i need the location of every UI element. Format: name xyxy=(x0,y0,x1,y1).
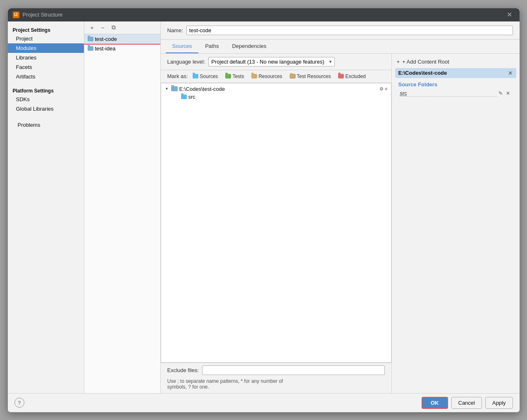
center-panel: + − ⧉ test-code test-idea xyxy=(84,21,161,393)
source-folder-item-src: src ✎ ✕ xyxy=(398,89,513,97)
folder-icon xyxy=(88,37,93,41)
content-area: Language level: Project default (13 - No… xyxy=(161,54,520,393)
sidebar-item-sdks[interactable]: SDKs xyxy=(8,95,84,104)
module-list: test-code test-idea xyxy=(84,34,160,393)
add-content-root-button[interactable]: + + Add Content Root xyxy=(395,57,516,66)
help-button[interactable]: ? xyxy=(14,398,24,408)
name-input[interactable] xyxy=(186,26,513,35)
ok-button[interactable]: OK xyxy=(422,397,448,409)
content-root-close-button[interactable]: ✕ xyxy=(508,70,513,76)
app-icon: IJ xyxy=(13,12,19,18)
tree-root-folder-icon xyxy=(171,86,178,91)
exclude-files-label: Exclude files: xyxy=(167,367,199,373)
content-root-item: E:\Codes\test-code ✕ xyxy=(395,68,516,78)
resources-folder-icon xyxy=(251,74,257,78)
name-row: Name: xyxy=(161,21,520,40)
sidebar: Project Settings Project Modules Librari… xyxy=(8,21,84,393)
language-level-label: Language level: xyxy=(167,59,205,65)
language-level-select[interactable]: Project default (13 - No new language fe… xyxy=(208,57,335,66)
tree-src-folder-icon: .folder-icon-small[style*="#5bbbf5"]::be… xyxy=(181,95,187,99)
exclude-files-row: Exclude files: xyxy=(161,363,391,377)
exclude-hint: Use ; to separate name patterns, * for a… xyxy=(161,377,391,393)
sidebar-item-project[interactable]: Project xyxy=(8,34,84,43)
source-folder-actions: ✎ ✕ xyxy=(497,90,511,97)
tabs-row: Sources Paths Dependencies xyxy=(161,40,520,54)
file-panel: Language level: Project default (13 - No… xyxy=(161,54,391,393)
source-folder-remove-button[interactable]: ✕ xyxy=(505,90,511,97)
sidebar-item-facets[interactable]: Facets xyxy=(8,62,84,72)
folder-icon xyxy=(88,46,93,51)
main-content: Name: Sources Paths Dependencies Languag… xyxy=(161,21,520,393)
sidebar-item-problems[interactable]: Problems xyxy=(13,120,79,130)
mark-as-sources-button[interactable]: Sources xyxy=(190,73,220,80)
close-button[interactable]: ✕ xyxy=(504,10,515,19)
add-icon: + xyxy=(397,59,400,65)
title-bar: IJ Project Structure ✕ xyxy=(8,8,520,21)
language-level-select-wrapper: Project default (13 - No new language fe… xyxy=(208,57,335,66)
tree-src-row[interactable]: .folder-icon-small[style*="#5bbbf5"]::be… xyxy=(163,93,389,101)
source-folder-name: src xyxy=(400,90,497,97)
mark-as-label: Mark as: xyxy=(167,73,188,79)
source-folders-label: Source Folders xyxy=(398,81,513,88)
excluded-folder-icon xyxy=(338,74,344,78)
sidebar-item-libraries[interactable]: Libraries xyxy=(8,53,84,62)
tree-src-text: src xyxy=(188,94,196,100)
dialog-body: Project Settings Project Modules Librari… xyxy=(8,21,520,393)
project-settings-label: Project Settings xyxy=(8,25,84,34)
dialog-title: Project Structure xyxy=(23,12,504,18)
tests-folder-icon xyxy=(225,74,231,78)
problems-section: Problems xyxy=(8,119,84,131)
remove-module-button[interactable]: − xyxy=(98,23,107,32)
mark-as-excluded-button[interactable]: Excluded xyxy=(336,73,368,80)
tree-root-row[interactable]: ▼ E:\Codes\test-code ⚙ ≡ xyxy=(163,85,389,93)
cancel-button[interactable]: Cancel xyxy=(451,397,482,409)
project-structure-dialog: IJ Project Structure ✕ Project Settings … xyxy=(7,8,520,413)
tree-row-settings-icon[interactable]: ⚙ ≡ xyxy=(379,86,387,92)
content-root-path: E:\Codes\test-code xyxy=(398,70,447,76)
name-label: Name: xyxy=(167,27,183,33)
add-module-button[interactable]: + xyxy=(88,23,97,32)
bottom-bar: ? OK Cancel Apply xyxy=(8,393,520,412)
mark-as-tests-button[interactable]: Tests xyxy=(223,73,246,80)
platform-settings-label: Platform Settings xyxy=(8,85,84,95)
source-folders-section: Source Folders src ✎ ✕ xyxy=(395,80,516,99)
language-level-row: Language level: Project default (13 - No… xyxy=(161,54,391,70)
bottom-right-buttons: OK Cancel Apply xyxy=(422,397,513,409)
mark-as-test-resources-button[interactable]: Test Resources xyxy=(287,73,334,80)
file-tree[interactable]: ▼ E:\Codes\test-code ⚙ ≡ .folder-icon-sm… xyxy=(161,83,391,363)
module-item-test-code[interactable]: test-code xyxy=(84,34,160,44)
source-folder-edit-button[interactable]: ✎ xyxy=(497,90,504,97)
sidebar-item-artifacts[interactable]: Artifacts xyxy=(8,72,84,81)
exclude-files-input[interactable] xyxy=(202,365,384,375)
module-item-test-idea[interactable]: test-idea xyxy=(84,44,160,53)
right-panel: + + Add Content Root E:\Codes\test-code … xyxy=(391,54,520,393)
tab-dependencies[interactable]: Dependencies xyxy=(225,40,273,53)
mark-as-row: Mark as: Sources Tests Resources xyxy=(161,70,391,83)
tree-expand-icon[interactable]: ▼ xyxy=(165,86,169,91)
tree-root-path: E:\Codes\test-code xyxy=(179,86,225,92)
sources-folder-icon xyxy=(193,74,198,78)
sidebar-item-global-libraries[interactable]: Global Libraries xyxy=(8,104,84,114)
apply-button[interactable]: Apply xyxy=(485,397,513,409)
mark-as-resources-button[interactable]: Resources xyxy=(249,73,284,80)
sidebar-item-modules[interactable]: Modules xyxy=(8,43,84,53)
tab-sources[interactable]: Sources xyxy=(166,40,199,53)
center-toolbar: + − ⧉ xyxy=(84,21,160,34)
tab-paths[interactable]: Paths xyxy=(198,40,225,53)
test-resources-folder-icon xyxy=(290,74,296,78)
copy-module-button[interactable]: ⧉ xyxy=(109,23,118,32)
